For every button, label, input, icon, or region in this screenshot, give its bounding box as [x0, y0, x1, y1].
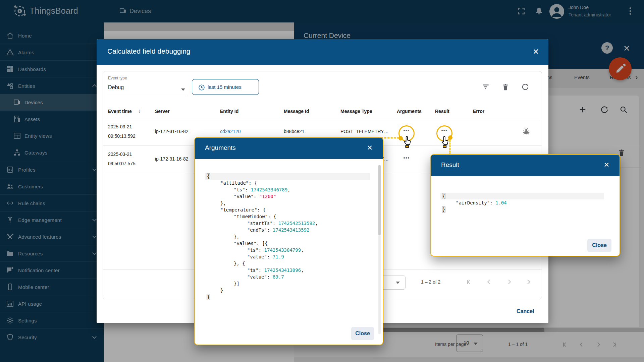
column-header-arguments[interactable]: Arguments	[397, 109, 422, 114]
json-line: "value": 71.9	[247, 253, 284, 260]
json-line: "value": 69.7	[247, 274, 284, 280]
column-header-error[interactable]: Error	[473, 109, 484, 114]
modal-page-range: 1 – 2 of 2	[421, 279, 440, 285]
arguments-close-button[interactable]: Close	[351, 327, 374, 340]
select-underline	[107, 95, 187, 95]
json-line: "endTs": 1742543413592	[247, 227, 309, 233]
json-line: "values": [{	[234, 240, 268, 247]
result-dialog-header	[431, 155, 620, 176]
cancel-button[interactable]: Cancel	[517, 308, 534, 314]
server-cell: ip-172-31-16-82	[155, 156, 189, 162]
event-time-time: 09:50:13.592	[108, 133, 136, 139]
modal-title: Calculated field debugging	[107, 47, 191, 55]
json-line: "value": "1200"	[234, 193, 276, 200]
json-line: }	[220, 287, 223, 294]
arguments-dialog-title: Arguments	[205, 144, 236, 152]
server-cell: ip-172-31-16-82	[155, 129, 189, 134]
event-type-select[interactable]: Debug	[108, 84, 124, 90]
message-id-cell: b88bce21	[284, 129, 305, 134]
json-line: {	[442, 193, 445, 199]
table-divider	[103, 118, 542, 118]
result-close-icon[interactable]: ✕	[603, 161, 609, 169]
json-line: "ts": 1742543413096,	[247, 267, 304, 274]
json-line: }, {	[234, 260, 245, 267]
column-header-result[interactable]: Result	[435, 109, 449, 114]
result-dialog: Result ✕ {"airDensity": 1.04} Close	[430, 154, 620, 256]
filter-icon[interactable]	[481, 82, 490, 93]
sort-desc-icon[interactable]: ↓	[138, 108, 141, 114]
clock-icon	[198, 84, 205, 91]
column-header-entity-id[interactable]: Entity Id	[220, 109, 238, 114]
json-line: }	[207, 294, 210, 300]
connector-dashed-line	[381, 137, 399, 138]
next-page-icon[interactable]	[505, 278, 513, 287]
arguments-dialog: Arguments ✕ {"altitude": {"ts": 17425433…	[194, 137, 383, 345]
delete-icon[interactable]	[501, 82, 510, 93]
chevron-down-icon[interactable]	[181, 88, 185, 91]
message-type-cell: POST_TELEMETRY…	[340, 129, 389, 134]
chevron-down-icon	[396, 282, 400, 284]
first-page-icon[interactable]	[465, 278, 473, 287]
column-header-server[interactable]: Server	[155, 109, 170, 114]
json-line: "airDensity": 1.04	[456, 199, 507, 206]
json-line: "startTs": 1742542513592,	[247, 220, 318, 227]
prev-page-icon[interactable]	[485, 278, 493, 287]
result-dialog-title: Result	[441, 161, 459, 169]
json-line: "temperature": {	[220, 206, 266, 213]
event-type-label: Event type	[108, 76, 127, 80]
arguments-dots-button[interactable]: •••	[400, 155, 413, 164]
time-range-button[interactable]: last 15 minutes	[192, 79, 259, 95]
event-time-date: 2025-03-21	[108, 152, 132, 157]
entity-id-link[interactable]: cd2a2120	[220, 129, 241, 134]
json-line: "altitude": {	[220, 180, 257, 186]
json-line: "ts": 1742543346789,	[234, 186, 290, 193]
json-line: },	[220, 200, 226, 206]
result-close-button[interactable]: Close	[587, 239, 611, 252]
column-header-message-id[interactable]: Message Id	[284, 109, 309, 114]
event-time-date: 2025-03-21	[108, 124, 132, 129]
json-line: "ts": 1742543384799,	[247, 247, 304, 253]
event-time-time: 09:50:07.575	[108, 161, 136, 166]
json-line: }	[442, 206, 445, 213]
column-header-event-time[interactable]: Event time	[108, 109, 132, 114]
hand-cursor-icon	[402, 135, 414, 149]
refresh-icon[interactable]	[521, 82, 530, 93]
arguments-close-icon[interactable]: ✕	[367, 144, 373, 152]
hand-cursor-icon	[440, 135, 451, 149]
last-page-icon[interactable]	[525, 278, 533, 287]
json-line: "timeWindow": {	[234, 213, 276, 220]
json-line: },	[234, 233, 239, 240]
json-line: }]	[234, 280, 239, 287]
json-line: {	[207, 173, 210, 180]
column-header-message-type[interactable]: Message Type	[340, 109, 372, 114]
modal-close-icon[interactable]: ✕	[533, 47, 539, 56]
json-scrollbar-thumb[interactable]	[378, 165, 381, 235]
debug-bug-icon	[522, 127, 531, 137]
